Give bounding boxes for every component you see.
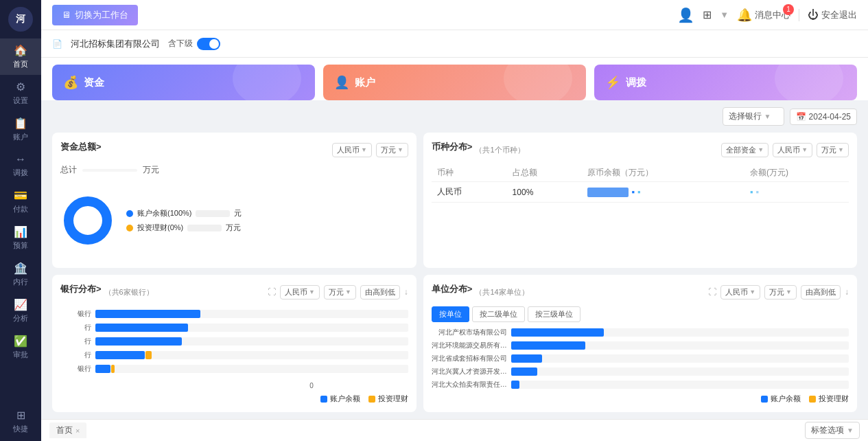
dispatch-tab-icon: ⚡ bbox=[605, 75, 620, 90]
sidebar-item-approval[interactable]: ✅ 审批 bbox=[0, 329, 41, 365]
sidebar-item-payment[interactable]: 💳 付款 bbox=[0, 183, 41, 220]
page-tab-label: 首页 bbox=[56, 425, 73, 436]
legend-item-balance: 账户余额(100%) 元 bbox=[126, 208, 242, 218]
include-sub-toggle[interactable]: 含下级 bbox=[168, 38, 220, 50]
percent-cell: 100% bbox=[507, 182, 583, 203]
invest-legend-label2: 投资理财 bbox=[819, 394, 849, 404]
date-value: 2024-04-25 bbox=[809, 112, 851, 122]
chevron-down-icon: ▼ bbox=[764, 113, 771, 120]
unit-bar-track bbox=[511, 341, 849, 350]
currency-panel-subtitle: （共1个币种） bbox=[475, 145, 524, 155]
expand-icon2[interactable]: ⛶ bbox=[708, 287, 716, 297]
total-label: 总计 bbox=[60, 164, 77, 176]
invest-color bbox=[368, 396, 375, 403]
sidebar-item-shortcuts[interactable]: ⊞ 快捷 bbox=[0, 402, 41, 441]
sidebar-item-inbank[interactable]: 🏦 内行 bbox=[0, 256, 41, 293]
settings-icon: ⚙ bbox=[16, 80, 25, 93]
page-tab-home[interactable]: 首页 × bbox=[49, 422, 86, 438]
unit-tab-2[interactable]: 按三级单位 bbox=[528, 306, 580, 322]
unit-label: 万元 bbox=[381, 145, 396, 155]
include-sub-label: 含下级 bbox=[168, 38, 193, 49]
sidebar-item-accounts[interactable]: 📋 账户 bbox=[0, 111, 41, 148]
funds-legend: 账户余额(100%) 元 投资理财(0%) 万元 bbox=[126, 208, 242, 233]
chevron-down-icon: ▼ bbox=[786, 289, 792, 295]
dropdown-icon: ▼ bbox=[720, 10, 729, 20]
balance-color2 bbox=[761, 396, 768, 403]
budget-icon: 📊 bbox=[14, 225, 27, 238]
bottom-bar: 首页 × 标签选项 ▼ bbox=[41, 419, 868, 441]
donut-chart bbox=[60, 193, 115, 248]
filter-row: 选择银行 ▼ 📅 2024-04-25 bbox=[52, 107, 857, 126]
notification-badge: 1 bbox=[783, 4, 794, 15]
sidebar-item-budget[interactable]: 📊 预算 bbox=[0, 220, 41, 256]
unit-legend-balance: 账户余额 bbox=[761, 394, 801, 404]
sidebar-item-settings[interactable]: ⚙ 设置 bbox=[0, 75, 41, 111]
currency-cell: 人民币 bbox=[432, 182, 507, 203]
invest-bar bbox=[187, 225, 222, 231]
unit-bar-row: 河北省成套招标有限公司 bbox=[432, 354, 849, 363]
balance-legend-label: 账户余额 bbox=[330, 394, 360, 404]
balance-label: 账户余额(100%) bbox=[137, 208, 191, 218]
currency-filter2[interactable]: 人民币 ▼ bbox=[773, 143, 812, 157]
currency-panel-title-wrap: 币种分布> （共1个币种） bbox=[432, 141, 525, 159]
sort-icon[interactable]: ↓ bbox=[404, 287, 408, 297]
original-icon: ▪ bbox=[631, 187, 635, 197]
date-picker[interactable]: 📅 2024-04-25 bbox=[790, 109, 857, 125]
bank-bar-row: 行 bbox=[60, 323, 408, 332]
unit-title-wrap: 单位分布> （共14家单位） bbox=[432, 283, 529, 301]
sidebar-item-label: 内行 bbox=[13, 277, 28, 287]
blue-bar bbox=[95, 324, 188, 332]
balance-color bbox=[320, 396, 327, 403]
close-tab-button[interactable]: × bbox=[75, 427, 80, 435]
col-currency: 币种 bbox=[432, 164, 507, 182]
unit-tab-1[interactable]: 按二级单位 bbox=[472, 306, 525, 322]
funds-currency-select[interactable]: 人民币 ▼ bbox=[332, 143, 372, 157]
expand-icon[interactable]: ⛶ bbox=[268, 287, 276, 297]
sidebar-item-analysis[interactable]: 📈 分析 bbox=[0, 293, 41, 329]
sidebar-logo: 河 bbox=[8, 7, 33, 32]
accounts-tab-icon: 👤 bbox=[334, 75, 349, 90]
unit-sort-select[interactable]: 由高到低 bbox=[801, 285, 841, 299]
chevron-down-icon: ▼ bbox=[758, 146, 764, 153]
divider bbox=[799, 9, 799, 21]
sort-icon2[interactable]: ↓ bbox=[845, 287, 849, 297]
unit-unit-select[interactable]: 万元 ▼ bbox=[764, 285, 797, 299]
bank-sort-select[interactable]: 由高到低 bbox=[360, 285, 400, 299]
total-unit: 万元 bbox=[143, 164, 159, 176]
switch-workspace-button[interactable]: 🖥 切换为工作台 bbox=[52, 5, 138, 25]
tags-options-button[interactable]: 标签选项 ▼ bbox=[805, 422, 860, 439]
unit-currency-select[interactable]: 人民币 ▼ bbox=[720, 285, 760, 299]
bank-name: 行 bbox=[60, 350, 91, 360]
avatar-icon: 👤 bbox=[677, 7, 694, 23]
unit-tab-0[interactable]: 按单位 bbox=[432, 306, 469, 322]
bank-currency-select[interactable]: 人民币 ▼ bbox=[280, 285, 320, 299]
unit-unit-label: 万元 bbox=[769, 287, 784, 297]
balance-legend-label2: 账户余额 bbox=[771, 394, 801, 404]
toggle-switch[interactable] bbox=[197, 38, 220, 50]
tab-accounts[interactable]: 👤 账户 bbox=[323, 65, 586, 100]
tab-funds[interactable]: 💰 资金 bbox=[52, 65, 315, 100]
main-tabs: 💰 资金 👤 账户 ⚡ 调拨 bbox=[41, 58, 868, 100]
currency-filter3[interactable]: 万元 ▼ bbox=[817, 143, 849, 157]
power-icon: ⏻ bbox=[808, 9, 819, 21]
invest-legend-label: 投资理财 bbox=[378, 394, 408, 404]
unit-panel-title: 单位分布> bbox=[432, 283, 473, 295]
funds-panel-title: 资金总额> bbox=[60, 141, 102, 153]
sidebar-item-dispatch[interactable]: ↔ 调拨 bbox=[0, 148, 41, 183]
blue-bar bbox=[95, 337, 182, 346]
bank-select[interactable]: 选择银行 ▼ bbox=[723, 107, 784, 126]
total-value-box bbox=[82, 169, 137, 172]
topbar: 🖥 切换为工作台 👤 ⊞ ▼ 🔔 1 消息中心 ⏻ 安全退出 bbox=[41, 0, 868, 30]
funds-unit-select[interactable]: 万元 ▼ bbox=[376, 143, 408, 157]
bank-unit-select[interactable]: 万元 ▼ bbox=[324, 285, 356, 299]
sidebar-item-label: 预算 bbox=[13, 240, 28, 251]
bank-bar-row: 行 bbox=[60, 350, 408, 360]
file-icon: 📄 bbox=[52, 39, 62, 49]
notification-button[interactable]: 🔔 1 消息中心 bbox=[737, 8, 790, 23]
currency-filter1[interactable]: 全部资金 ▼ bbox=[721, 143, 769, 157]
tab-dispatch[interactable]: ⚡ 调拨 bbox=[594, 65, 857, 100]
sidebar-bottom: ⊞ 快捷 bbox=[0, 402, 41, 441]
logout-button[interactable]: ⏻ 安全退出 bbox=[808, 9, 857, 21]
sidebar-item-home[interactable]: 🏠 首页 bbox=[0, 38, 41, 75]
tags-label: 标签选项 bbox=[811, 425, 844, 436]
